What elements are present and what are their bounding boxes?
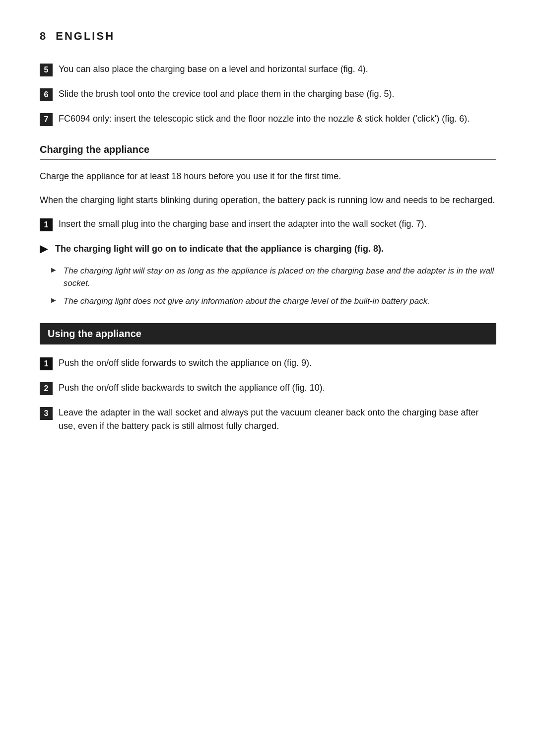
page-number: 8 [40, 30, 46, 43]
charging-section-title: Charging the appliance [40, 144, 496, 160]
using-section: Using the appliance 1 Push the on/off sl… [40, 323, 496, 433]
using-step-3: 3 Leave the adapter in the wall socket a… [40, 406, 496, 433]
step-6-badge: 6 [40, 88, 53, 101]
using-step-2-badge: 2 [40, 382, 53, 395]
using-step-1: 1 Push the on/off slide forwards to swit… [40, 356, 496, 370]
step-6: 6 Slide the brush tool onto the crevice … [40, 87, 496, 101]
using-section-header: Using the appliance [40, 323, 496, 344]
step-5: 5 You can also place the charging base o… [40, 63, 496, 76]
charging-section: Charging the appliance Charge the applia… [40, 144, 496, 307]
using-section-title: Using the appliance [48, 328, 141, 339]
charging-bullet-dark-text: The charging light will go on to indicat… [55, 242, 384, 256]
using-step-2: 2 Push the on/off slide backwards to swi… [40, 381, 496, 395]
charging-bullet-arrow-2: ► The charging light does not give any i… [40, 295, 496, 308]
using-step-2-text: Push the on/off slide backwards to switc… [59, 381, 325, 395]
arrow-marker-1: ► [50, 266, 58, 275]
using-step-3-text: Leave the adapter in the wall socket and… [59, 406, 496, 433]
step-7-badge: 7 [40, 113, 53, 126]
charging-step-1: 1 Insert the small plug into the chargin… [40, 217, 496, 231]
charging-bullet-dark: ▶ The charging light will go on to indic… [40, 242, 496, 257]
using-step-1-text: Push the on/off slide forwards to switch… [59, 356, 312, 370]
dark-bullet-marker: ▶ [40, 241, 48, 257]
step-7: 7 FC6094 only: insert the telescopic sti… [40, 112, 496, 126]
using-step-3-badge: 3 [40, 407, 53, 420]
arrow-marker-2: ► [50, 296, 58, 305]
charging-paragraph-1: Charge the appliance for at least 18 hou… [40, 170, 496, 184]
step-5-text: You can also place the charging base on … [59, 63, 368, 76]
charging-paragraph-2: When the charging light starts blinking … [40, 194, 496, 207]
charging-bullet-arrow-2-text: The charging light does not give any inf… [64, 295, 430, 308]
using-step-1-badge: 1 [40, 357, 53, 370]
step-5-badge: 5 [40, 64, 53, 76]
step-7-text: FC6094 only: insert the telescopic stick… [59, 112, 469, 126]
page-header: 8 ENGLISH [40, 30, 496, 43]
charging-step-1-text: Insert the small plug into the charging … [59, 217, 426, 231]
charging-bullet-arrow-1: ► The charging light will stay on as lon… [40, 265, 496, 290]
charging-bullet-arrow-1-text: The charging light will stay on as long … [64, 265, 496, 290]
charging-step-1-badge: 1 [40, 218, 53, 231]
page-language: ENGLISH [56, 30, 115, 43]
pre-charging-steps: 5 You can also place the charging base o… [40, 63, 496, 126]
step-6-text: Slide the brush tool onto the crevice to… [59, 87, 394, 101]
